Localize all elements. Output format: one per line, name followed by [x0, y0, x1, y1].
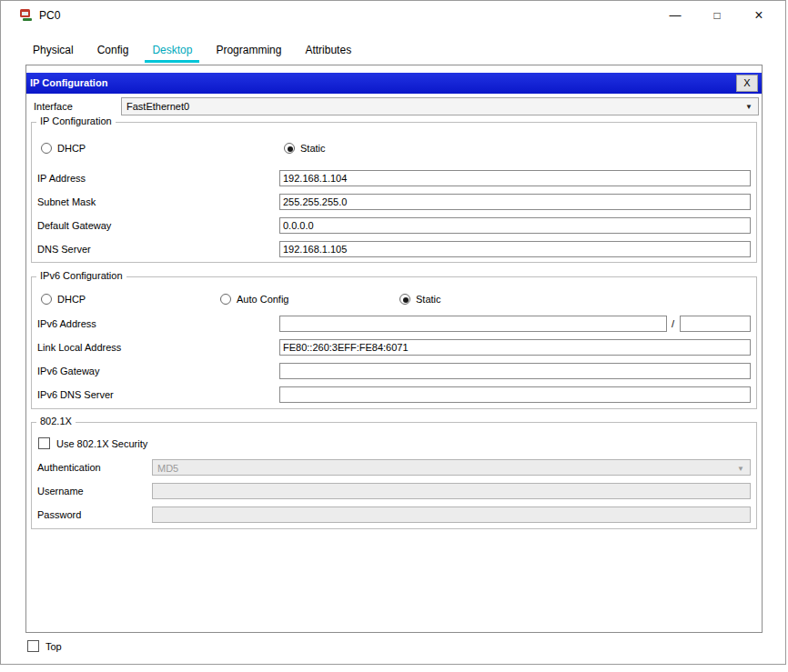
- maximize-button[interactable]: □: [711, 9, 723, 22]
- authentication-dropdown-value: MD5: [157, 463, 178, 474]
- radio-label: Static: [300, 143, 326, 154]
- tab-config[interactable]: Config: [87, 39, 139, 63]
- radio-label: Auto Config: [237, 294, 288, 305]
- subnet-mask-input[interactable]: [279, 194, 751, 210]
- ip-configuration-group: IP Configuration DHCP Static IP Address …: [31, 122, 757, 263]
- password-label: Password: [37, 509, 81, 520]
- tab-attributes[interactable]: Attributes: [295, 39, 361, 63]
- radio-icon: [41, 294, 52, 305]
- radio-label: Static: [416, 294, 441, 305]
- interface-dropdown-value: FastEthernet0: [126, 101, 189, 112]
- ipv6-configuration-legend: IPv6 Configuration: [36, 270, 126, 281]
- link-local-address-label: Link Local Address: [37, 342, 121, 353]
- checkbox-label: Use 802.1X Security: [56, 438, 147, 449]
- authentication-row: Authentication MD5 ▼: [32, 459, 756, 476]
- radio-selected-icon: [399, 294, 410, 305]
- checkbox-icon: [27, 640, 39, 652]
- ipv6-address-label: IPv6 Address: [37, 318, 96, 329]
- username-row: Username: [32, 483, 756, 499]
- default-gateway-label: Default Gateway: [37, 220, 111, 231]
- link-local-address-input[interactable]: [279, 339, 751, 356]
- ip-configuration-legend: IP Configuration: [36, 115, 116, 126]
- ipv6-gateway-label: IPv6 Gateway: [37, 366, 99, 376]
- ipv6-gateway-row: IPv6 Gateway: [32, 363, 756, 379]
- ipv6-dns-server-input[interactable]: [279, 386, 751, 403]
- pc0-window: PC0 — □ × Physical Config Desktop Progra…: [0, 0, 786, 665]
- radio-icon: [220, 294, 231, 305]
- minimize-button[interactable]: —: [669, 9, 682, 22]
- interface-label: Interface: [34, 101, 73, 112]
- close-button[interactable]: ×: [753, 9, 765, 22]
- subnet-mask-row: Subnet Mask: [32, 194, 756, 210]
- ipv6-address-row: IPv6 Address /: [32, 316, 756, 332]
- dialog-close-button[interactable]: X: [736, 75, 758, 92]
- subnet-mask-label: Subnet Mask: [37, 196, 96, 207]
- default-gateway-row: Default Gateway: [32, 217, 756, 234]
- interface-dropdown[interactable]: FastEthernet0 ▼: [121, 97, 759, 115]
- ipv6-prefix-input[interactable]: [680, 316, 751, 332]
- radio-icon: [41, 143, 52, 154]
- chevron-down-icon: ▼: [745, 103, 753, 111]
- ipv6-gateway-input[interactable]: [279, 363, 751, 379]
- radio-label: DHCP: [57, 143, 86, 154]
- ipv6-configuration-group: IPv6 Configuration DHCP Auto Config Stat…: [31, 276, 757, 409]
- ipv6-address-input[interactable]: [279, 316, 667, 332]
- link-local-address-row: Link Local Address: [32, 339, 756, 356]
- dns-server-label: DNS Server: [37, 244, 91, 255]
- security-8021x-group: 802.1X Use 802.1X Security Authenticatio…: [31, 422, 757, 529]
- ip-configuration-dialog-titlebar: IP Configuration X: [26, 73, 762, 94]
- password-row: Password: [32, 507, 756, 523]
- window-title: PC0: [39, 9, 60, 22]
- ip-address-input[interactable]: [279, 170, 751, 186]
- tab-physical[interactable]: Physical: [23, 39, 84, 63]
- ip-address-label: IP Address: [37, 173, 86, 184]
- security-8021x-legend: 802.1X: [36, 416, 76, 426]
- interface-row: Interface FastEthernet0 ▼: [26, 97, 762, 115]
- prefix-separator: /: [672, 318, 674, 329]
- tab-bar: Physical Config Desktop Programming Attr…: [23, 39, 361, 63]
- radio-label: DHCP: [57, 294, 86, 305]
- username-input: [152, 483, 751, 499]
- checkbox-icon: [38, 437, 50, 449]
- tab-desktop[interactable]: Desktop: [142, 39, 202, 63]
- desktop-panel: IP Configuration X Interface FastEtherne…: [25, 65, 763, 633]
- tab-programming[interactable]: Programming: [206, 39, 291, 63]
- authentication-dropdown: MD5 ▼: [152, 459, 751, 476]
- radio-selected-icon: [284, 143, 295, 154]
- dialog-title: IP Configuration: [30, 77, 107, 88]
- titlebar[interactable]: PC0 — □ ×: [1, 1, 785, 30]
- default-gateway-input[interactable]: [279, 217, 751, 234]
- dns-server-input[interactable]: [279, 241, 751, 257]
- ipv6-dns-server-row: IPv6 DNS Server: [32, 386, 756, 403]
- dns-server-row: DNS Server: [32, 241, 756, 257]
- ipv6-dns-server-label: IPv6 DNS Server: [37, 389, 114, 400]
- password-input: [152, 507, 751, 523]
- top-checkbox-label: Top: [45, 641, 62, 652]
- username-label: Username: [37, 486, 84, 496]
- authentication-label: Authentication: [37, 462, 101, 473]
- window-controls: — □ ×: [669, 1, 765, 30]
- ip-address-row: IP Address: [32, 170, 756, 186]
- chevron-down-icon: ▼: [737, 465, 744, 473]
- app-icon: [19, 8, 34, 23]
